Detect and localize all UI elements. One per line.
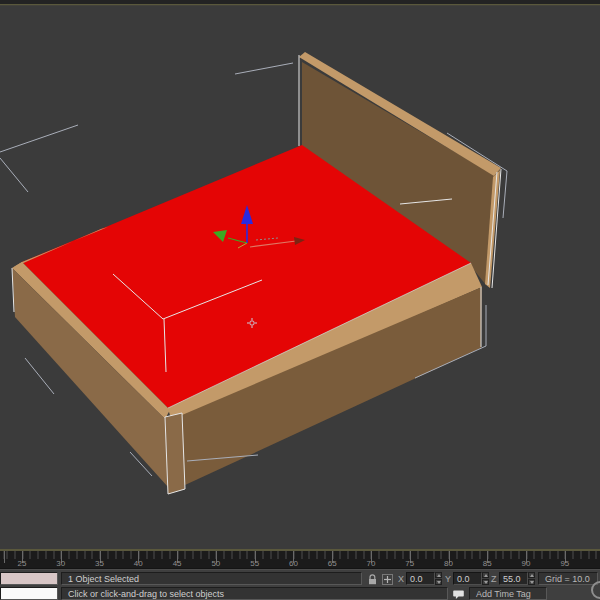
speech-bubble-icon <box>452 588 465 600</box>
y-coordinate-label: Y <box>445 574 451 584</box>
ruler-frame-label: 40 <box>134 559 143 568</box>
prompt-line-field: Click or click-and-drag to select object… <box>61 587 448 600</box>
y-spinner[interactable] <box>482 572 489 585</box>
ruler-frame-label: 80 <box>444 559 453 568</box>
time-ruler[interactable]: 253035404550556065707580859095 <box>0 551 600 569</box>
ruler-frame-label: 75 <box>405 559 414 568</box>
y-coordinate-input[interactable]: 0.0 <box>453 572 482 585</box>
x-coordinate-input[interactable]: 0.0 <box>406 572 435 585</box>
absolute-mode-button[interactable] <box>381 572 394 585</box>
ruler-frame-label: 35 <box>95 559 104 568</box>
ruler-frame-label: 65 <box>328 559 337 568</box>
clipped-control-icon[interactable] <box>591 581 600 599</box>
viewport-3d[interactable] <box>0 0 600 551</box>
z-spinner[interactable] <box>528 572 535 585</box>
top-accent-line <box>0 4 600 6</box>
z-coordinate-input[interactable]: 55.0 <box>499 572 528 585</box>
top-bar <box>0 0 600 4</box>
ruler-frame-label: 90 <box>522 559 531 568</box>
ruler-frame-label: 95 <box>560 559 569 568</box>
x-coordinate-label: X <box>398 574 404 584</box>
communicate-button[interactable] <box>452 587 465 600</box>
selection-status-field: 1 Object Selected <box>61 572 362 585</box>
ruler-frame-label: 55 <box>250 559 259 568</box>
ruler-frame-label: 30 <box>56 559 65 568</box>
ruler-frame-label: 60 <box>289 559 298 568</box>
absolute-mode-icon <box>381 573 394 586</box>
status-bar: 1 Object Selected X 0.0 Y 0.0 <box>0 569 600 600</box>
ruler-frame-label: 45 <box>173 559 182 568</box>
bed-frame-leg[interactable] <box>165 413 185 494</box>
application-window: 253035404550556065707580859095 1 Object … <box>0 0 600 600</box>
ruler-frame-label: 50 <box>211 559 220 568</box>
grid-size-field: Grid = 10.0 <box>538 572 598 585</box>
lock-icon <box>366 573 379 586</box>
add-time-tag-field[interactable]: Add Time Tag <box>469 587 547 600</box>
x-spinner[interactable] <box>435 572 442 585</box>
maxscript-macro-recorder-field[interactable] <box>0 572 58 585</box>
ruler-frame-label: 70 <box>367 559 376 568</box>
z-coordinate-label: Z <box>491 574 497 584</box>
ruler-frame-label: 85 <box>483 559 492 568</box>
maxscript-mini-listener-field[interactable] <box>0 587 58 600</box>
selection-lock-button[interactable] <box>366 572 379 585</box>
ruler-frame-label: 25 <box>18 559 27 568</box>
